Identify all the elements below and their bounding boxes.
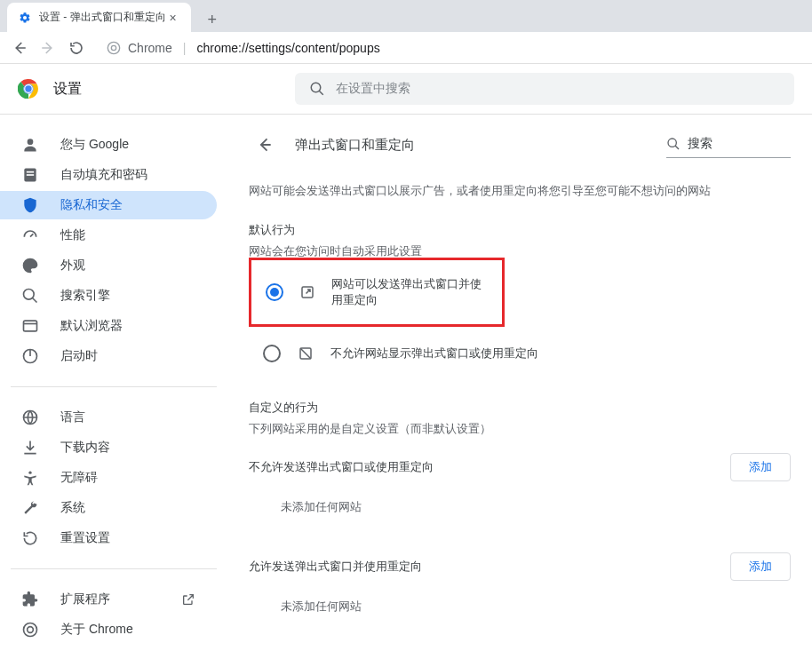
sidebar-item-label: 启动时 xyxy=(60,348,98,364)
new-tab-button[interactable]: + xyxy=(200,7,225,32)
custom-behavior-heading: 自定义的行为 xyxy=(249,400,791,416)
allow-section-title: 允许发送弹出式窗口并使用重定向 xyxy=(249,559,422,575)
svg-rect-11 xyxy=(24,321,37,331)
sidebar-item-accessibility[interactable]: 无障碍 xyxy=(0,464,217,492)
forward-button[interactable] xyxy=(36,36,60,60)
sidebar-item-label: 搜索引擎 xyxy=(60,288,110,304)
page-title: 设置 xyxy=(53,80,82,99)
sidebar-item-autofill[interactable]: 自动填充和密码 xyxy=(0,161,217,189)
person-icon xyxy=(21,136,39,154)
sidebar-item-search-engine[interactable]: 搜索引擎 xyxy=(0,282,217,310)
radio-block-label: 不允许网站显示弹出式窗口或使用重定向 xyxy=(330,345,538,361)
accessibility-icon xyxy=(21,469,39,487)
panel-title: 弹出式窗口和重定向 xyxy=(295,137,652,154)
search-icon xyxy=(309,81,325,97)
sidebar-item-on-startup[interactable]: 启动时 xyxy=(0,342,217,370)
omnibox-separator: | xyxy=(183,41,187,55)
radio-unchecked-icon xyxy=(263,345,281,362)
address-bar[interactable]: Chrome | chrome://settings/content/popup… xyxy=(98,36,805,60)
radio-allow-popups[interactable]: 网站可以发送弹出式窗口并使用重定向 xyxy=(251,260,502,324)
settings-header: 设置 在设置中搜索 xyxy=(0,64,812,115)
sidebar-item-label: 下载内容 xyxy=(60,440,110,456)
sidebar-item-extensions[interactable]: 扩展程序 xyxy=(0,585,217,614)
svg-point-5 xyxy=(311,83,321,92)
tab-title: 设置 - 弹出式窗口和重定向 xyxy=(39,10,166,25)
svg-point-17 xyxy=(668,139,676,147)
reset-icon xyxy=(21,529,39,547)
puzzle-icon xyxy=(21,591,39,608)
speedometer-icon xyxy=(21,226,39,244)
panel-header: 弹出式窗口和重定向 搜索 xyxy=(249,129,791,161)
omnibox-url: chrome://settings/content/popups xyxy=(196,41,379,55)
sidebar-item-label: 外观 xyxy=(60,258,85,274)
panel-back-button[interactable] xyxy=(249,129,281,161)
custom-behavior-sub: 下列网站采用的是自定义设置（而非默认设置） xyxy=(249,421,791,437)
highlighted-option: 网站可以发送弹出式窗口并使用重定向 xyxy=(249,258,505,327)
sidebar-item-default-browser[interactable]: 默认浏览器 xyxy=(0,312,217,340)
power-icon xyxy=(21,347,39,365)
sidebar-item-performance[interactable]: 性能 xyxy=(0,221,217,250)
sidebar-item-privacy-security[interactable]: 隐私和安全 xyxy=(0,191,217,219)
svg-point-16 xyxy=(28,627,34,633)
browser-icon xyxy=(21,317,39,335)
chrome-icon xyxy=(21,621,39,639)
block-section-row: 不允许发送弹出式窗口或使用重定向 添加 xyxy=(249,453,791,481)
autofill-icon xyxy=(21,166,39,184)
sidebar-item-label: 语言 xyxy=(60,409,85,425)
sidebar-item-label: 扩展程序 xyxy=(60,592,110,607)
svg-rect-8 xyxy=(27,171,34,173)
svg-point-15 xyxy=(24,623,37,637)
block-section-title: 不允许发送弹出式窗口或使用重定向 xyxy=(249,459,434,475)
content: 您与 Google 自动填充和密码 隐私和安全 性能 外观 搜索引擎 xyxy=(0,115,812,667)
svg-point-4 xyxy=(25,85,33,93)
sidebar-item-label: 重置设置 xyxy=(60,530,110,546)
default-behavior-sub: 网站会在您访问时自动采用此设置 xyxy=(249,243,791,259)
radio-checked-icon xyxy=(266,283,283,301)
external-link-icon xyxy=(181,592,195,607)
toolbar: Chrome | chrome://settings/content/popup… xyxy=(0,32,812,64)
tab-bar: 设置 - 弹出式窗口和重定向 × + xyxy=(0,0,812,32)
add-allow-button[interactable]: 添加 xyxy=(730,552,791,581)
sidebar-item-label: 性能 xyxy=(60,227,85,243)
sidebar-item-appearance[interactable]: 外观 xyxy=(0,251,217,280)
svg-point-14 xyxy=(28,472,31,474)
sidebar-item-label: 系统 xyxy=(60,500,85,516)
chrome-icon xyxy=(107,41,121,55)
svg-point-1 xyxy=(111,45,115,50)
add-block-button[interactable]: 添加 xyxy=(730,453,791,481)
sidebar-item-about-chrome[interactable]: 关于 Chrome xyxy=(0,615,217,644)
svg-point-10 xyxy=(24,290,35,300)
allow-empty-text: 未添加任何网站 xyxy=(249,586,791,627)
sidebar-item-you-and-google[interactable]: 您与 Google xyxy=(0,131,217,159)
sidebar-item-system[interactable]: 系统 xyxy=(0,494,217,522)
main-panel: 弹出式窗口和重定向 搜索 网站可能会发送弹出式窗口以展示广告，或者使用重定向将您… xyxy=(227,115,812,667)
panel-description: 网站可能会发送弹出式窗口以展示广告，或者使用重定向将您引导至您可能不想访问的网站 xyxy=(249,182,791,201)
header-search-input[interactable]: 在设置中搜索 xyxy=(295,73,794,105)
sidebar-item-label: 自动填充和密码 xyxy=(60,167,147,183)
sidebar-divider xyxy=(11,568,217,569)
sidebar-item-label: 您与 Google xyxy=(60,137,129,153)
allow-section-row: 允许发送弹出式窗口并使用重定向 添加 xyxy=(249,552,791,581)
header-search-placeholder: 在设置中搜索 xyxy=(336,81,410,97)
reload-button[interactable] xyxy=(64,36,89,60)
sidebar-item-label: 隐私和安全 xyxy=(60,197,123,213)
sidebar-item-languages[interactable]: 语言 xyxy=(0,403,217,432)
sidebar-divider xyxy=(11,386,217,387)
svg-point-0 xyxy=(107,42,119,53)
back-button[interactable] xyxy=(7,36,32,60)
search-icon xyxy=(21,287,39,305)
sidebar-item-reset[interactable]: 重置设置 xyxy=(0,524,217,552)
gear-icon xyxy=(18,11,32,25)
download-icon xyxy=(21,439,39,457)
popup-block-icon xyxy=(297,345,314,362)
sidebar-item-downloads[interactable]: 下载内容 xyxy=(0,433,217,462)
sidebar-item-label: 无障碍 xyxy=(60,470,98,486)
sidebar: 您与 Google 自动填充和密码 隐私和安全 性能 外观 搜索引擎 xyxy=(0,115,227,667)
close-icon[interactable]: × xyxy=(166,11,180,25)
radio-block-popups[interactable]: 不允许网站显示弹出式窗口或使用重定向 xyxy=(249,336,791,371)
sidebar-item-label: 默认浏览器 xyxy=(60,318,123,334)
panel-search-input[interactable]: 搜索 xyxy=(666,131,791,158)
sidebar-item-label: 关于 Chrome xyxy=(60,622,133,638)
browser-tab[interactable]: 设置 - 弹出式窗口和重定向 × xyxy=(7,3,191,32)
radio-allow-label: 网站可以发送弹出式窗口并使用重定向 xyxy=(331,276,488,308)
